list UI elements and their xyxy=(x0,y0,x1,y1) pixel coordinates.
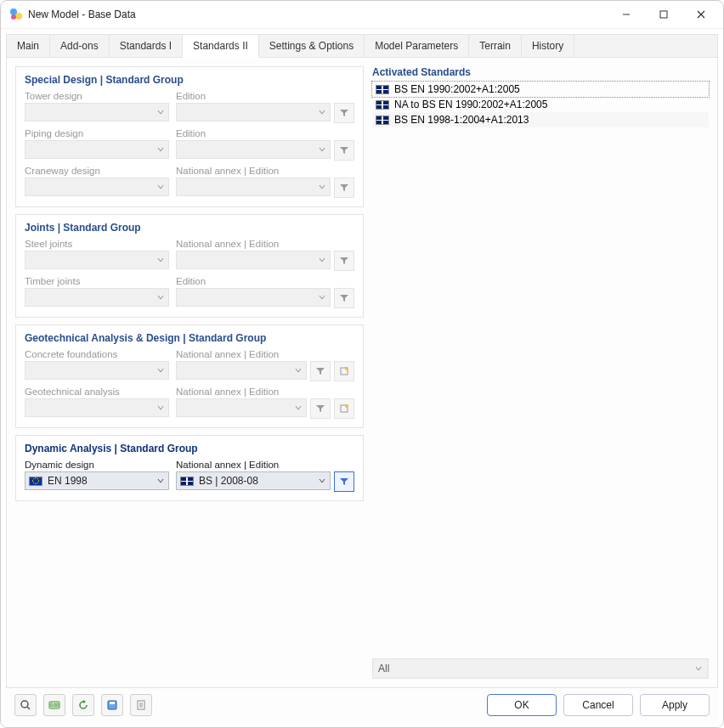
select-tower[interactable] xyxy=(25,103,169,121)
help-button[interactable] xyxy=(14,694,37,716)
report-button[interactable] xyxy=(130,694,152,716)
chevron-down-icon xyxy=(318,256,326,264)
standards-row-label: BS EN 1998-1:2004+A1:2013 xyxy=(394,114,529,126)
chevron-down-icon xyxy=(156,293,165,302)
panel-geo: Geotechnical Analysis & Design | Standar… xyxy=(15,324,364,428)
svg-point-7 xyxy=(345,404,348,408)
tab-standards1[interactable]: Standards I xyxy=(110,35,183,57)
standards-filter-select[interactable]: All xyxy=(372,658,709,679)
filter-button-steel[interactable] xyxy=(334,251,354,271)
label-steel-annex: National annex | Edition xyxy=(176,239,354,249)
select-geo-annex[interactable] xyxy=(176,398,307,417)
chevron-down-icon xyxy=(318,108,326,116)
tab-add-ons[interactable]: Add-ons xyxy=(50,35,110,57)
chevron-down-icon xyxy=(318,293,326,302)
flag-eu-icon xyxy=(29,477,42,486)
label-timber-edition: Edition xyxy=(176,276,354,286)
units-button[interactable]: 0.00 xyxy=(43,694,65,716)
ok-button[interactable]: OK xyxy=(487,694,557,716)
reset-button[interactable] xyxy=(72,694,94,716)
chevron-down-icon xyxy=(694,664,703,673)
filter-button-timber[interactable] xyxy=(334,288,354,308)
filter-button-geo[interactable] xyxy=(310,398,331,419)
chevron-down-icon xyxy=(156,404,165,412)
svg-point-2 xyxy=(11,14,16,20)
select-dynamic-annex[interactable]: BS | 2008-08 xyxy=(176,471,331,490)
label-concrete-annex: National annex | Edition xyxy=(176,349,354,359)
filter-button-concrete[interactable] xyxy=(310,361,331,381)
apply-button[interactable]: Apply xyxy=(640,694,710,716)
left-column: Special Design | Standard Group Tower de… xyxy=(15,66,364,679)
panel-title-joints: Joints | Standard Group xyxy=(25,222,354,234)
label-tower: Tower design xyxy=(25,91,169,101)
label-concrete: Concrete foundations xyxy=(25,349,169,359)
window-minimize-button[interactable] xyxy=(608,3,645,26)
flag-gb-icon xyxy=(376,100,389,110)
inner-frame: Main Add-ons Standards I Standards II Se… xyxy=(6,34,718,688)
select-dynamic-design[interactable]: EN 1998 xyxy=(25,471,169,490)
tab-bar: Main Add-ons Standards I Standards II Se… xyxy=(7,35,717,58)
svg-point-8 xyxy=(21,701,28,708)
select-craneway[interactable] xyxy=(25,178,169,196)
cancel-button[interactable]: Cancel xyxy=(563,694,633,716)
activated-standards-list: BS EN 1990:2002+A1:2005 NA to BS EN 1990… xyxy=(372,82,709,127)
app-icon xyxy=(9,8,23,21)
select-geo-analysis[interactable] xyxy=(25,398,169,417)
panel-title-geo: Geotechnical Analysis & Design | Standar… xyxy=(25,332,354,344)
panel-joints: Joints | Standard Group Steel joints Nat… xyxy=(15,214,364,318)
svg-text:0.00: 0.00 xyxy=(50,703,59,708)
new-standard-button-geo[interactable] xyxy=(334,398,354,419)
select-steel-joints[interactable] xyxy=(25,251,169,269)
svg-rect-3 xyxy=(660,11,667,18)
filter-button-tower[interactable] xyxy=(334,103,354,123)
panel-title-special: Special Design | Standard Group xyxy=(25,74,354,86)
save-defaults-button[interactable] xyxy=(101,694,123,716)
select-concrete[interactable] xyxy=(25,361,169,380)
tab-history[interactable]: History xyxy=(522,35,574,57)
select-piping-edition[interactable] xyxy=(176,140,331,159)
select-craneway-annex[interactable] xyxy=(176,178,331,196)
label-geo-annex: National annex | Edition xyxy=(176,387,354,397)
filter-button-piping[interactable] xyxy=(334,140,354,161)
chevron-down-icon xyxy=(156,108,165,116)
panel-dynamic: Dynamic Analysis | Standard Group Dynami… xyxy=(15,435,364,501)
standards-row[interactable]: NA to BS EN 1990:2002+A1:2005 xyxy=(372,97,709,112)
chevron-down-icon xyxy=(156,366,165,375)
tab-settings[interactable]: Settings & Options xyxy=(259,35,365,57)
standards-row[interactable]: BS EN 1990:2002+A1:2005 xyxy=(372,82,709,97)
label-geo-analysis: Geotechnical analysis xyxy=(25,387,169,397)
select-timber-edition[interactable] xyxy=(176,288,331,307)
label-timber-joints: Timber joints xyxy=(25,276,169,286)
standards-row[interactable]: BS EN 1998-1:2004+A1:2013 xyxy=(372,112,709,127)
select-steel-annex[interactable] xyxy=(176,251,331,269)
select-piping[interactable] xyxy=(25,140,169,159)
window-close-button[interactable] xyxy=(682,3,720,26)
label-dynamic-annex: National annex | Edition xyxy=(176,460,354,470)
filter-button-dynamic[interactable] xyxy=(334,471,354,492)
chevron-down-icon xyxy=(294,404,303,412)
select-dynamic-annex-value: BS | 2008-08 xyxy=(199,475,258,487)
select-tower-edition[interactable] xyxy=(176,103,331,121)
new-standard-button-concrete[interactable] xyxy=(334,361,354,381)
tab-standards2[interactable]: Standards II xyxy=(183,35,259,58)
tab-main[interactable]: Main xyxy=(7,35,50,57)
filter-button-craneway[interactable] xyxy=(334,178,354,198)
body-columns: Special Design | Standard Group Tower de… xyxy=(7,58,717,687)
label-steel-joints: Steel joints xyxy=(25,239,169,249)
label-tower-edition: Edition xyxy=(176,91,354,101)
select-concrete-annex[interactable] xyxy=(176,361,307,380)
standards-row-label: NA to BS EN 1990:2002+A1:2005 xyxy=(394,99,547,110)
flag-gb-icon xyxy=(376,85,389,94)
label-piping-edition: Edition xyxy=(176,128,354,138)
label-dynamic-design: Dynamic design xyxy=(25,460,169,470)
window-maximize-button[interactable] xyxy=(645,3,682,26)
dialog-window: New Model - Base Data Main Add-ons Stand… xyxy=(0,0,724,728)
svg-point-1 xyxy=(15,13,22,20)
tab-model-params[interactable]: Model Parameters xyxy=(365,35,469,57)
chevron-down-icon xyxy=(156,183,165,191)
tab-terrain[interactable]: Terrain xyxy=(469,35,522,57)
svg-rect-12 xyxy=(110,702,115,704)
select-timber-joints[interactable] xyxy=(25,288,169,307)
label-piping: Piping design xyxy=(25,128,169,138)
content-area: Main Add-ons Standards I Standards II Se… xyxy=(1,29,723,727)
